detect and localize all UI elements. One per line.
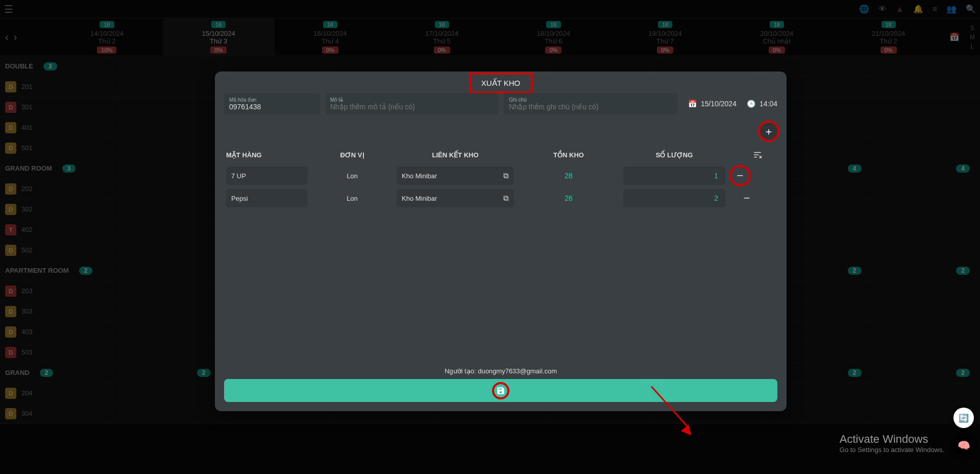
qty-input[interactable]: 1 [623, 167, 725, 185]
stock-cell: 28 [520, 172, 617, 180]
invoice-value: 09761438 [229, 103, 315, 111]
invoice-field: Mã hóa đơn 09761438 [224, 93, 320, 114]
clock-icon: 🕒 [747, 100, 755, 108]
modal-footer: Người tạo: duongmy7633@gmail.com [224, 367, 777, 402]
export-stock-modal: XUẤT KHO Mã hóa đơn 09761438 Mô tả Ghi c… [215, 72, 787, 411]
modal-title: XUẤT KHO [224, 72, 777, 93]
remove-row-button[interactable]: − [731, 167, 749, 184]
windows-watermark: Activate Windows Go to Settings to activ… [840, 433, 944, 454]
warehouse-link[interactable]: Kho Minibar⧉ [397, 167, 514, 185]
stock-cell: 26 [520, 194, 617, 202]
time-display[interactable]: 🕒 14:04 [742, 93, 777, 114]
table-row: 7 UP Lon Kho Minibar⧉ 28 1 − [224, 164, 777, 187]
col-unit: ĐƠN VỊ [314, 151, 390, 159]
time-value: 14:04 [760, 100, 777, 108]
col-qty: SỐ LƯỢNG [623, 151, 725, 159]
col-item: MẶT HÀNG [226, 151, 308, 159]
invoice-label: Mã hóa đơn [229, 97, 315, 103]
table-row: Pepsi Lon Kho Minibar⧉ 26 2 − [224, 187, 777, 209]
description-input[interactable] [330, 103, 494, 111]
table-header: MẶT HÀNG ĐƠN VỊ LIÊN KẾT KHO TỒN KHO SỐ … [224, 145, 777, 164]
description-label: Mô tả [330, 97, 494, 103]
fab-translate[interactable]: 🔄 [953, 408, 974, 428]
items-table: MẶT HÀNG ĐƠN VỊ LIÊN KẾT KHO TỒN KHO SỐ … [224, 145, 777, 209]
save-button[interactable] [224, 379, 777, 402]
warehouse-link[interactable]: Kho Minibar⧉ [397, 189, 514, 207]
copy-icon[interactable]: ⧉ [503, 171, 509, 180]
clear-all-icon[interactable] [731, 150, 762, 159]
save-icon [492, 382, 509, 399]
date-display[interactable]: 📅 15/10/2024 [683, 93, 737, 114]
unit-cell: Lon [314, 172, 390, 180]
note-field[interactable]: Ghi chú [504, 93, 678, 114]
modal-form-row: Mã hóa đơn 09761438 Mô tả Ghi chú 📅 15/1… [224, 93, 777, 114]
calendar-icon: 📅 [688, 100, 697, 108]
date-value: 15/10/2024 [701, 100, 737, 108]
add-row-button[interactable]: ＋ [760, 123, 777, 140]
remove-row-button[interactable]: − [731, 192, 762, 205]
col-link: LIÊN KẾT KHO [397, 151, 514, 159]
col-stock: TỒN KHO [520, 151, 617, 159]
item-input[interactable]: Pepsi [226, 189, 308, 207]
note-label: Ghi chú [509, 97, 673, 103]
fab-brain[interactable]: 🧠 [953, 435, 974, 456]
qty-input[interactable]: 2 [623, 189, 725, 207]
copy-icon[interactable]: ⧉ [503, 194, 509, 203]
note-input[interactable] [509, 103, 673, 111]
item-input[interactable]: 7 UP [226, 167, 308, 185]
creator-line: Người tạo: duongmy7633@gmail.com [224, 367, 777, 375]
description-field[interactable]: Mô tả [325, 93, 499, 114]
unit-cell: Lon [314, 195, 390, 202]
